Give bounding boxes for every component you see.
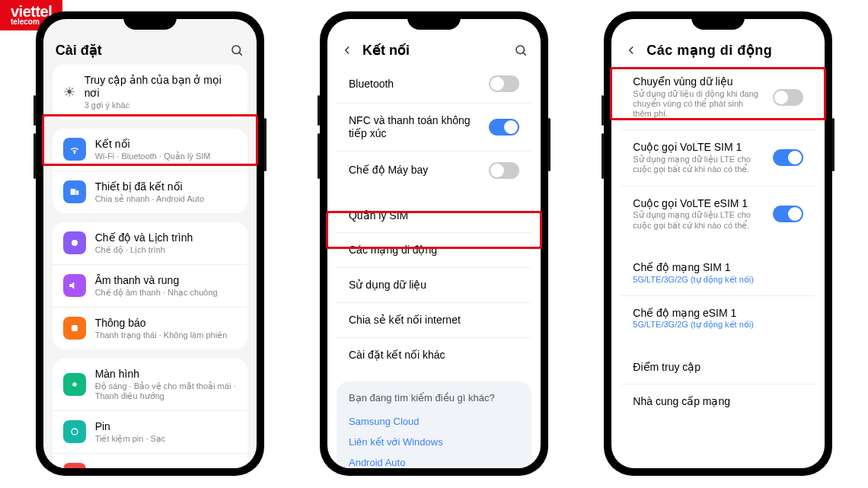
item-title: Sử dụng dữ liệu [349,279,519,292]
svg-point-0 [232,46,241,54]
highlight-data-roaming [610,67,826,120]
page-title: Các mạng di động [646,42,812,59]
item-title: Pin [95,420,237,433]
item-title: Nhà cung cấp mạng [633,395,803,408]
group-network-mode: Chế độ mạng SIM 1 5G/LTE/3G/2G (tự động … [621,250,815,341]
svg-point-10 [516,46,525,54]
svg-point-7 [72,382,76,386]
item-title: Âm thanh và rung [95,274,237,287]
item-title: Bluetooth [349,78,480,91]
item-hotspot[interactable]: Chia sẻ kết nối internet [337,302,531,337]
svg-line-11 [523,53,525,55]
item-bluetooth[interactable]: Bluetooth [337,65,531,103]
item-mode-sim1[interactable]: Chế độ mạng SIM 1 5G/LTE/3G/2G (tự động … [621,250,815,295]
item-sub: 5G/LTE/3G/2G (tự động kết nối) [633,320,803,330]
promo-sub: 3 gợi ý khác [85,100,237,110]
content: Bluetooth NFC và thanh toán không tiếp x… [327,65,541,468]
notch [407,11,461,30]
phone-connections: Kết nối Bluetooth NFC và thanh toán khôn… [320,11,548,476]
item-title: Màn hình [95,368,237,381]
side-button [34,133,36,179]
item-sub: Thanh trạng thái · Không làm phiền [95,330,237,340]
item-title: Chế độ và Lịch trình [95,231,237,244]
side-button [832,118,834,171]
link-android-auto[interactable]: Android Auto [349,452,519,468]
item-title: Thông báo [95,317,237,330]
item-title: NFC và thanh toán không tiếp xúc [349,114,480,140]
item-title: Cài đặt kết nối khác [349,349,519,362]
svg-line-1 [239,53,241,55]
content: Chuyển vùng dữ liệu Sử dụng dữ liệu di đ… [611,65,825,468]
footer-question: Bạn đang tìm kiếm điều gì khác? [349,392,519,403]
svg-point-8 [72,429,78,435]
promo-title: Truy cập ảnh của bạn ở mọi nơi [85,74,237,100]
link-windows[interactable]: Liên kết với Windows [349,432,519,452]
svg-rect-6 [72,325,78,331]
item-sub: Sử dụng mạng dữ liệu LTE cho cuộc gọi bấ… [633,210,764,230]
search-icon[interactable] [513,43,528,58]
side-button [602,133,604,179]
item-am-thanh[interactable]: Âm thanh và rung Chế độ âm thanh · Nhạc … [53,264,247,307]
group-toggles: Bluetooth NFC và thanh toán không tiếp x… [337,65,531,190]
item-title: Chia sẻ kết nối internet [349,314,519,327]
highlight-ket-noi [42,114,258,166]
item-title: Hình nền và phong cách [95,467,237,468]
back-icon[interactable] [340,43,355,58]
side-button [34,95,36,126]
toggle-nfc[interactable] [489,119,519,136]
item-title: Thiết bị đã kết nối [95,180,237,193]
phones-container: Cài đặt ☀ Truy cập ảnh của bạn ở mọi nơi… [0,0,868,476]
battery-icon [63,420,86,443]
item-thiet-bi[interactable]: Thiết bị đã kết nối Chia sẻ nhanh · Andr… [53,171,247,213]
sound-icon [63,274,86,297]
toggle-bluetooth[interactable] [489,75,519,92]
settings-group-2: Chế độ và Lịch trình Chế độ · Lịch trình… [53,222,247,349]
item-airplane[interactable]: Chế độ Máy bay [337,151,531,190]
phone-settings: Cài đặt ☀ Truy cập ảnh của bạn ở mọi nơi… [36,11,264,476]
item-title: Cuộc gọi VoLTE eSIM 1 [633,197,764,210]
promo-card[interactable]: ☀ Truy cập ảnh của bạn ở mọi nơi 3 gợi ý… [53,65,247,120]
item-data-usage[interactable]: Sử dụng dữ liệu [337,267,531,302]
item-hinh-nen[interactable]: Hình nền và phong cách [53,453,247,468]
toggle-volte-sim1[interactable] [773,149,803,166]
item-che-do[interactable]: Chế độ và Lịch trình Chế độ · Lịch trình [53,222,247,264]
item-man-hinh[interactable]: Màn hình Độ sáng · Bảo vệ cho mắt thoải … [53,359,247,410]
svg-rect-3 [70,189,75,195]
item-nfc[interactable]: NFC và thanh toán không tiếp xúc [337,103,531,151]
side-button [318,95,320,126]
settings-group-3: Màn hình Độ sáng · Bảo vệ cho mắt thoải … [53,359,247,468]
screen-settings: Cài đặt ☀ Truy cập ảnh của bạn ở mọi nơi… [43,19,257,468]
item-sub: Độ sáng · Bảo vệ cho mắt thoải mái · Tha… [95,381,237,401]
item-mode-esim1[interactable]: Chế độ mạng eSIM 1 5G/LTE/3G/2G (tự động… [621,295,815,341]
item-sub: 5G/LTE/3G/2G (tự động kết nối) [633,275,803,285]
item-title: Chế độ mạng eSIM 1 [633,307,803,320]
page-title: Cài đặt [56,42,222,59]
toggle-airplane[interactable] [489,162,519,179]
notification-icon [63,317,86,340]
group-apn: Điểm truy cập Nhà cung cấp mạng [621,350,815,419]
search-icon[interactable] [229,43,244,58]
wallpaper-icon [63,463,86,468]
looking-for-card: Bạn đang tìm kiếm điều gì khác? Samsung … [337,381,531,468]
link-samsung-cloud[interactable]: Samsung Cloud [349,411,519,432]
lightbulb-icon: ☀ [63,84,75,100]
display-icon [63,373,86,396]
svg-rect-4 [76,190,78,195]
item-volte-esim1[interactable]: Cuộc gọi VoLTE eSIM 1 Sử dụng mạng dữ li… [621,186,815,241]
side-button [264,118,266,171]
item-volte-sim1[interactable]: Cuộc gọi VoLTE SIM 1 Sử dụng mạng dữ liệ… [621,129,815,185]
item-operators[interactable]: Nhà cung cấp mạng [621,384,815,419]
devices-icon [63,180,86,203]
item-title: Chế độ Máy bay [349,164,480,177]
item-sub: Sử dụng mạng dữ liệu LTE cho cuộc gọi bấ… [633,155,764,174]
notch [691,11,745,30]
item-pin[interactable]: Pin Tiết kiệm pin · Sạc [53,410,247,453]
item-apn[interactable]: Điểm truy cập [621,350,815,384]
phone-mobile-networks: Các mạng di động Chuyển vùng dữ liệu Sử … [604,11,832,476]
toggle-volte-esim1[interactable] [773,206,803,222]
svg-point-5 [72,240,78,246]
item-thong-bao[interactable]: Thông báo Thanh trạng thái · Không làm p… [53,307,247,349]
back-icon[interactable] [624,43,639,58]
item-more-settings[interactable]: Cài đặt kết nối khác [337,337,531,372]
item-sub: Chế độ âm thanh · Nhạc chuông [95,288,237,298]
